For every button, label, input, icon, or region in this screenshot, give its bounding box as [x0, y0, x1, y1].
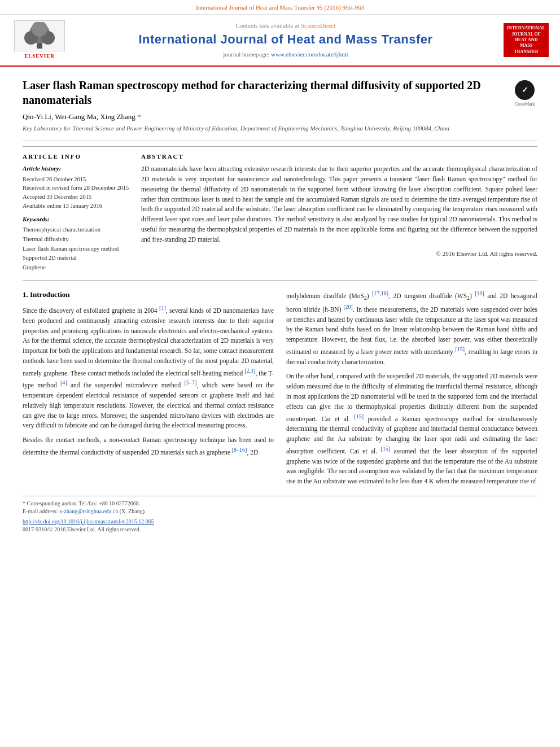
contents-prefix: Contents lists available at	[235, 22, 299, 29]
history-label: Article history:	[23, 164, 130, 173]
ref-17-18[interactable]: [17,18]	[372, 290, 388, 296]
body-left-column: 1. Introduction Since the discovery of e…	[23, 289, 274, 491]
ref-15c[interactable]: [15]	[381, 445, 391, 452]
ref-15a[interactable]: [15]	[456, 346, 465, 352]
doi-link[interactable]: http://dx.doi.org/10.1016/j.ijheatmasstr…	[23, 518, 154, 525]
sciencedirect-link-text[interactable]: ScienceDirect	[301, 22, 336, 29]
journal-logo-line2: JOURNAL OF	[511, 32, 540, 37]
journal-logo-line4: MASS	[520, 43, 532, 49]
right-para-1: molybdenum disulfide (MoS2) [17,18], 2D …	[286, 289, 537, 368]
journal-header-center: Contents lists available at ScienceDirec…	[68, 21, 504, 59]
keyword-2: Thermal diffusivity	[23, 235, 130, 244]
doi-text: International Journal of Heat and Mass T…	[196, 4, 364, 11]
body-divider	[23, 281, 537, 281]
abstract-heading: ABSTRACT	[141, 152, 537, 161]
crossmark-circle: ✓	[515, 80, 535, 100]
intro-title: 1. Introduction	[23, 289, 274, 300]
email-link[interactable]: x-zhang@tsinghua.edu.cn	[59, 508, 118, 514]
elsevier-name: ELSEVIER	[24, 53, 55, 60]
ref-1[interactable]: [1]	[159, 305, 166, 311]
available-date: Available online 13 January 2016	[23, 202, 130, 211]
intro-para-2: Besides the contact methods, a non-conta…	[23, 435, 274, 457]
abstract-text: 2D nanomaterials have been attracting ex…	[141, 164, 537, 245]
author1: Qin-Yi Li, Wei-Gang Ma, Xing Zhang	[23, 112, 135, 121]
intro-section-title: Introduction	[30, 290, 70, 299]
paper-title-section: Laser flash Raman spectroscopy method fo…	[23, 78, 537, 107]
keyword-3: Laser flash Raman spectroscopy method	[23, 244, 130, 254]
article-info-column: ARTICLE INFO Article history: Received 2…	[23, 152, 130, 273]
paper-body: Laser flash Raman spectroscopy method fo…	[0, 67, 560, 545]
journal-logo-right: INTERNATIONAL JOURNAL OF HEAT AND MASS T…	[504, 23, 549, 57]
journal-title: International Journal of Heat and Mass T…	[68, 31, 504, 49]
crossmark-label: CrossMark	[515, 101, 535, 107]
keyword-4: Supported 2D material	[23, 254, 130, 263]
right-para-2: On the other hand, compared with the sus…	[286, 372, 537, 487]
ref-19[interactable]: [19]	[475, 290, 484, 296]
ref-5-7[interactable]: [5–7]	[185, 379, 197, 386]
ref-15b[interactable]: [15]	[354, 413, 364, 420]
accepted-date: Accepted 30 December 2015	[23, 193, 130, 202]
journal-logo-line1: INTERNATIONAL	[507, 25, 545, 31]
homepage-url[interactable]: www.elsevier.com/locate/ijhmt	[271, 51, 348, 58]
authors-line: Qin-Yi Li, Wei-Gang Ma, Xing Zhang *	[23, 112, 537, 122]
rights-reserved: 0017-9310/© 2016 Elsevier Ltd. All right…	[23, 526, 537, 534]
ref-2-3[interactable]: [2,3]	[244, 368, 255, 374]
footnote-star: * Corresponding author. Tel./fax: +86 10…	[23, 500, 537, 508]
abstract-column: ABSTRACT 2D nanomaterials have been attr…	[141, 152, 537, 273]
article-columns: ARTICLE INFO Article history: Received 2…	[23, 146, 537, 273]
article-info-heading: ARTICLE INFO	[23, 152, 130, 161]
received-date: Received 26 October 2015	[23, 175, 130, 184]
sciencedirect-line: Contents lists available at ScienceDirec…	[68, 21, 504, 30]
crossmark: ✓ CrossMark	[512, 80, 537, 107]
elsevier-logo-image	[14, 20, 65, 51]
journal-homepage: journal homepage: www.elsevier.com/locat…	[68, 50, 504, 59]
ref-4[interactable]: [4]	[60, 379, 67, 386]
journal-logo-line5: TRANSFER	[514, 49, 538, 55]
body-right-column: molybdenum disulfide (MoS2) [17,18], 2D …	[286, 289, 537, 491]
journal-logo-line3: HEAT AND	[515, 37, 538, 43]
two-column-body: 1. Introduction Since the discovery of e…	[23, 289, 537, 491]
affiliation: Key Laboratory for Thermal Science and P…	[23, 124, 537, 133]
ref-20[interactable]: [20]	[343, 304, 353, 310]
footnote-email: E-mail address: x-zhang@tsinghua.edu.cn …	[23, 508, 537, 516]
keyword-1: Thermophysical characterization	[23, 225, 130, 235]
footnote-section: * Corresponding author. Tel./fax: +86 10…	[23, 496, 537, 534]
doi-bar: International Journal of Heat and Mass T…	[0, 0, 560, 15]
journal-header: ELSEVIER Contents lists available at Sci…	[0, 15, 560, 67]
ref-8-16[interactable]: [8–16]	[232, 447, 247, 453]
intro-para-1: Since the discovery of exfoliated graphe…	[23, 304, 274, 431]
header-divider	[23, 140, 537, 141]
crossmark-symbol: ✓	[522, 85, 528, 96]
paper-title: Laser flash Raman spectroscopy method fo…	[23, 78, 504, 107]
keywords-label: Keywords:	[23, 215, 130, 224]
elsevier-logo: ELSEVIER	[11, 20, 68, 60]
revised-date: Received in revised form 28 December 201…	[23, 184, 130, 193]
homepage-label: journal homepage:	[223, 51, 269, 58]
corresponding-marker: *	[137, 112, 141, 121]
keyword-5: Graphene	[23, 263, 130, 273]
intro-section-num: 1.	[23, 290, 28, 299]
copyright: © 2016 Elsevier Ltd. All rights reserved…	[141, 250, 537, 258]
